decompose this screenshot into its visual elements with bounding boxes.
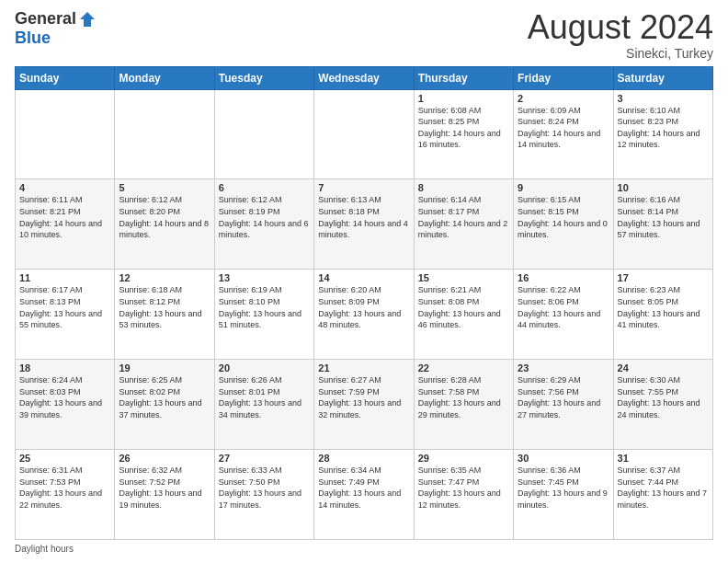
calendar-header-monday: Monday: [115, 66, 214, 89]
calendar-cell: [214, 89, 313, 179]
day-info: Sunrise: 6:21 AM Sunset: 8:08 PM Dayligh…: [418, 284, 509, 330]
calendar-header-thursday: Thursday: [414, 66, 513, 89]
calendar-cell: 11Sunrise: 6:17 AM Sunset: 8:13 PM Dayli…: [16, 270, 115, 360]
day-number: 27: [219, 453, 310, 464]
day-info: Sunrise: 6:24 AM Sunset: 8:03 PM Dayligh…: [19, 374, 110, 420]
day-number: 1: [418, 93, 509, 104]
calendar-table: SundayMondayTuesdayWednesdayThursdayFrid…: [15, 66, 713, 540]
calendar-cell: 21Sunrise: 6:27 AM Sunset: 7:59 PM Dayli…: [314, 360, 414, 450]
day-info: Sunrise: 6:15 AM Sunset: 8:15 PM Dayligh…: [518, 194, 609, 240]
day-number: 31: [618, 453, 709, 464]
day-number: 4: [19, 182, 110, 193]
day-info: Sunrise: 6:08 AM Sunset: 8:25 PM Dayligh…: [418, 105, 509, 151]
day-number: 18: [19, 362, 110, 373]
calendar-cell: 17Sunrise: 6:23 AM Sunset: 8:05 PM Dayli…: [613, 270, 712, 360]
day-number: 30: [518, 453, 609, 464]
day-info: Sunrise: 6:27 AM Sunset: 7:59 PM Dayligh…: [318, 374, 409, 420]
day-info: Sunrise: 6:14 AM Sunset: 8:17 PM Dayligh…: [418, 194, 509, 240]
calendar-cell: 3Sunrise: 6:10 AM Sunset: 8:23 PM Daylig…: [613, 89, 712, 179]
calendar-header-wednesday: Wednesday: [314, 66, 414, 89]
calendar-cell: 31Sunrise: 6:37 AM Sunset: 7:44 PM Dayli…: [613, 450, 712, 540]
day-info: Sunrise: 6:29 AM Sunset: 7:56 PM Dayligh…: [518, 374, 609, 420]
calendar-cell: 18Sunrise: 6:24 AM Sunset: 8:03 PM Dayli…: [16, 360, 115, 450]
day-number: 12: [119, 272, 210, 283]
logo-blue-text: Blue: [15, 29, 51, 48]
calendar-header-row: SundayMondayTuesdayWednesdayThursdayFrid…: [16, 66, 713, 89]
day-info: Sunrise: 6:32 AM Sunset: 7:52 PM Dayligh…: [119, 465, 210, 511]
day-number: 20: [219, 362, 310, 373]
calendar-cell: 25Sunrise: 6:31 AM Sunset: 7:53 PM Dayli…: [16, 450, 115, 540]
day-number: 2: [518, 93, 609, 104]
day-number: 19: [119, 362, 210, 373]
day-number: 28: [318, 453, 409, 464]
day-number: 14: [318, 272, 409, 283]
day-info: Sunrise: 6:23 AM Sunset: 8:05 PM Dayligh…: [618, 284, 709, 330]
day-number: 3: [618, 93, 709, 104]
day-info: Sunrise: 6:22 AM Sunset: 8:06 PM Dayligh…: [518, 284, 609, 330]
calendar-week-3: 11Sunrise: 6:17 AM Sunset: 8:13 PM Dayli…: [16, 270, 713, 360]
day-info: Sunrise: 6:13 AM Sunset: 8:18 PM Dayligh…: [318, 194, 409, 240]
calendar-header-saturday: Saturday: [613, 66, 712, 89]
day-number: 6: [219, 182, 310, 193]
day-info: Sunrise: 6:25 AM Sunset: 8:02 PM Dayligh…: [119, 374, 210, 420]
day-number: 23: [518, 362, 609, 373]
day-number: 10: [618, 182, 709, 193]
calendar-cell: [115, 89, 214, 179]
calendar-cell: [314, 89, 414, 179]
calendar-cell: [16, 89, 115, 179]
calendar-cell: 4Sunrise: 6:11 AM Sunset: 8:21 PM Daylig…: [16, 179, 115, 270]
day-number: 7: [318, 182, 409, 193]
day-number: 21: [318, 362, 409, 373]
day-info: Sunrise: 6:18 AM Sunset: 8:12 PM Dayligh…: [119, 284, 210, 330]
day-info: Sunrise: 6:28 AM Sunset: 7:58 PM Dayligh…: [418, 374, 509, 420]
day-info: Sunrise: 6:10 AM Sunset: 8:23 PM Dayligh…: [618, 105, 709, 151]
day-info: Sunrise: 6:09 AM Sunset: 8:24 PM Dayligh…: [518, 105, 609, 151]
svg-marker-0: [80, 12, 95, 27]
calendar-cell: 30Sunrise: 6:36 AM Sunset: 7:45 PM Dayli…: [514, 450, 613, 540]
day-number: 22: [418, 362, 509, 373]
logo: General Blue: [15, 9, 97, 48]
day-info: Sunrise: 6:37 AM Sunset: 7:44 PM Dayligh…: [618, 465, 709, 511]
month-year-title: August 2024: [528, 9, 713, 46]
day-number: 5: [119, 182, 210, 193]
calendar-cell: 13Sunrise: 6:19 AM Sunset: 8:10 PM Dayli…: [214, 270, 313, 360]
day-info: Sunrise: 6:17 AM Sunset: 8:13 PM Dayligh…: [19, 284, 110, 330]
daylight-hours-label: Daylight hours: [15, 544, 74, 554]
day-info: Sunrise: 6:33 AM Sunset: 7:50 PM Dayligh…: [219, 465, 310, 511]
calendar-cell: 8Sunrise: 6:14 AM Sunset: 8:17 PM Daylig…: [414, 179, 513, 270]
calendar-cell: 1Sunrise: 6:08 AM Sunset: 8:25 PM Daylig…: [414, 89, 513, 179]
calendar-cell: 12Sunrise: 6:18 AM Sunset: 8:12 PM Dayli…: [115, 270, 214, 360]
day-info: Sunrise: 6:19 AM Sunset: 8:10 PM Dayligh…: [219, 284, 310, 330]
day-number: 8: [418, 182, 509, 193]
calendar-cell: 16Sunrise: 6:22 AM Sunset: 8:06 PM Dayli…: [514, 270, 613, 360]
day-info: Sunrise: 6:12 AM Sunset: 8:19 PM Dayligh…: [219, 194, 310, 240]
day-info: Sunrise: 6:26 AM Sunset: 8:01 PM Dayligh…: [219, 374, 310, 420]
calendar-cell: 19Sunrise: 6:25 AM Sunset: 8:02 PM Dayli…: [115, 360, 214, 450]
calendar-cell: 7Sunrise: 6:13 AM Sunset: 8:18 PM Daylig…: [314, 179, 414, 270]
calendar-cell: 24Sunrise: 6:30 AM Sunset: 7:55 PM Dayli…: [613, 360, 712, 450]
calendar-cell: 15Sunrise: 6:21 AM Sunset: 8:08 PM Dayli…: [414, 270, 513, 360]
day-number: 25: [19, 453, 110, 464]
location-text: Sinekci, Turkey: [528, 46, 713, 61]
day-info: Sunrise: 6:31 AM Sunset: 7:53 PM Dayligh…: [19, 465, 110, 511]
calendar-cell: 10Sunrise: 6:16 AM Sunset: 8:14 PM Dayli…: [613, 179, 712, 270]
day-info: Sunrise: 6:30 AM Sunset: 7:55 PM Dayligh…: [618, 374, 709, 420]
day-number: 24: [618, 362, 709, 373]
footer: Daylight hours: [15, 544, 713, 554]
page: General Blue August 2024 Sinekci, Turkey…: [0, 0, 728, 563]
calendar-week-1: 1Sunrise: 6:08 AM Sunset: 8:25 PM Daylig…: [16, 89, 713, 179]
calendar-cell: 20Sunrise: 6:26 AM Sunset: 8:01 PM Dayli…: [214, 360, 313, 450]
day-number: 9: [518, 182, 609, 193]
day-number: 15: [418, 272, 509, 283]
day-number: 16: [518, 272, 609, 283]
day-info: Sunrise: 6:11 AM Sunset: 8:21 PM Dayligh…: [19, 194, 110, 240]
day-number: 17: [618, 272, 709, 283]
calendar-week-4: 18Sunrise: 6:24 AM Sunset: 8:03 PM Dayli…: [16, 360, 713, 450]
calendar-header-tuesday: Tuesday: [214, 66, 313, 89]
calendar-cell: 9Sunrise: 6:15 AM Sunset: 8:15 PM Daylig…: [514, 179, 613, 270]
calendar-cell: 27Sunrise: 6:33 AM Sunset: 7:50 PM Dayli…: [214, 450, 313, 540]
day-info: Sunrise: 6:12 AM Sunset: 8:20 PM Dayligh…: [119, 194, 210, 240]
header: General Blue August 2024 Sinekci, Turkey: [15, 9, 713, 61]
calendar-cell: 22Sunrise: 6:28 AM Sunset: 7:58 PM Dayli…: [414, 360, 513, 450]
calendar-week-5: 25Sunrise: 6:31 AM Sunset: 7:53 PM Dayli…: [16, 450, 713, 540]
